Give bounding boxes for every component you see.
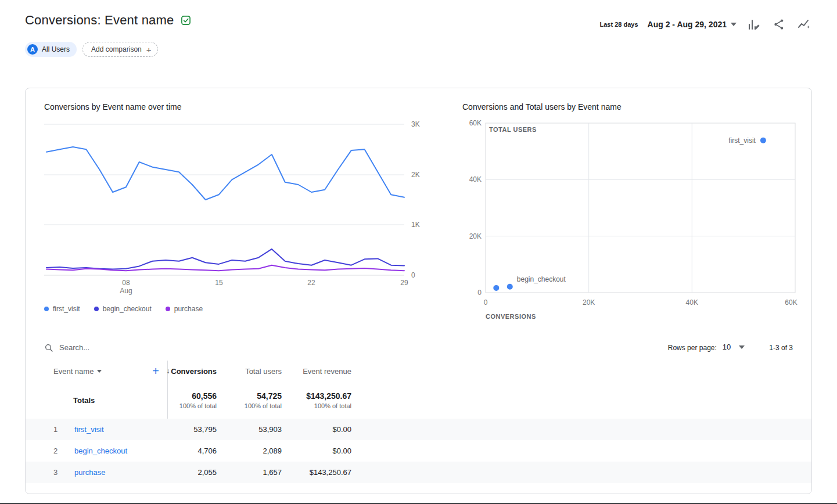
cell-event-revenue: $0.00 bbox=[282, 440, 351, 462]
plot-border bbox=[486, 123, 795, 293]
search-icon bbox=[44, 343, 53, 352]
totals-total-users: 54,725 100% of total bbox=[217, 381, 282, 419]
scatter-ylabel: TOTAL USERS bbox=[489, 126, 537, 133]
date-range-preset-label: Last 28 days bbox=[600, 21, 638, 28]
event-name-link[interactable]: first_visit bbox=[74, 425, 167, 434]
y-tick: 0 bbox=[411, 271, 415, 279]
add-comparison-button[interactable]: Add comparison + bbox=[82, 42, 157, 57]
chevron-down-icon bbox=[739, 345, 745, 349]
comparison-badge: A bbox=[27, 44, 38, 55]
rows-per-page: Rows per page: 10 bbox=[668, 343, 745, 352]
column-header-total-users[interactable]: Total users bbox=[217, 361, 282, 381]
share-icon bbox=[773, 18, 785, 31]
line-chart-title: Conversions by Event name over time bbox=[44, 102, 428, 111]
customize-report-icon-button[interactable] bbox=[746, 16, 762, 33]
y-tick: 1K bbox=[411, 221, 420, 229]
date-range-selector[interactable]: Aug 2 - Aug 29, 2021 bbox=[648, 20, 737, 29]
scatter-point-label: first_visit bbox=[728, 136, 756, 145]
scatter-point-purchase bbox=[493, 285, 499, 291]
chevron-down-icon bbox=[97, 370, 102, 373]
y-tick: 0 bbox=[477, 289, 482, 297]
share-icon-button[interactable] bbox=[771, 17, 786, 32]
dimension-header-label: Event name bbox=[53, 367, 94, 376]
comparison-chip-all-users[interactable]: A All Users bbox=[25, 42, 77, 57]
x-tick: 15 bbox=[215, 279, 223, 287]
title-wrap: Conversions: Event name bbox=[25, 13, 192, 28]
sort-desc-icon: ↓ bbox=[166, 367, 170, 375]
conversion-check-badge-icon bbox=[180, 15, 192, 26]
event-name-link[interactable]: begin_checkout bbox=[74, 447, 167, 455]
comparison-label: All Users bbox=[42, 45, 70, 53]
line-chart: 3K 2K 1K 0 08 Aug 15 22 29 bbox=[44, 118, 428, 296]
y-tick: 2K bbox=[411, 171, 420, 179]
rows-per-page-select[interactable]: 10 bbox=[723, 343, 745, 352]
table-toolbar: Rows per page: 10 1-3 of 3 bbox=[26, 325, 811, 352]
scatter-chart: 60K 40K 20K 0 0 20K 40K 60K TOTAL USERS … bbox=[462, 118, 806, 323]
line-series-first_visit bbox=[46, 147, 404, 200]
x-tick: 40K bbox=[686, 298, 698, 307]
legend-item-purchase[interactable]: purchase bbox=[166, 305, 203, 313]
insights-icon-button[interactable] bbox=[796, 16, 812, 33]
scatter-chart-title: Conversions and Total users by Event nam… bbox=[462, 102, 806, 111]
rows-per-page-label: Rows per page: bbox=[668, 344, 717, 352]
cell-total-users: 53,903 bbox=[217, 419, 282, 440]
header-controls: Last 28 days Aug 2 - Aug 29, 2021 bbox=[600, 13, 812, 33]
x-tick: 29 bbox=[400, 279, 408, 287]
line-chart-block: Conversions by Event name over time 3K 2… bbox=[44, 102, 428, 325]
scatter-point-first_visit bbox=[760, 138, 766, 143]
y-tick: 40K bbox=[469, 175, 482, 183]
x-tick: 08 bbox=[122, 279, 130, 287]
totals-conversions: 60,556 100% of total bbox=[167, 381, 217, 419]
comparison-chips-row: A All Users Add comparison + bbox=[0, 33, 837, 57]
y-tick: 60K bbox=[469, 119, 482, 127]
customize-report-icon bbox=[747, 17, 761, 31]
dimension-selector[interactable]: Event name bbox=[53, 367, 102, 376]
cell-event-revenue: $0.00 bbox=[282, 419, 351, 440]
insights-icon bbox=[797, 17, 811, 31]
column-header-conversions[interactable]: ↓ Conversions bbox=[167, 361, 217, 381]
legend-dot-icon bbox=[166, 307, 170, 311]
cell-conversions: 53,795 bbox=[167, 419, 217, 440]
cell-total-users: 2,089 bbox=[217, 440, 282, 462]
add-column-button[interactable]: + bbox=[152, 365, 167, 377]
totals-event-revenue: $143,250.67 100% of total bbox=[282, 381, 351, 419]
ga4-conversions-report: Conversions: Event name Last 28 days Aug… bbox=[0, 0, 837, 504]
legend-label: first_visit bbox=[53, 305, 80, 313]
line-series-begin_checkout bbox=[46, 249, 404, 269]
column-header-event-revenue[interactable]: Event revenue bbox=[282, 361, 351, 381]
table-search bbox=[44, 343, 187, 352]
page-title: Conversions: Event name bbox=[25, 13, 174, 28]
table-row: 3 purchase 2,055 1,657 $143,250.67 bbox=[26, 462, 811, 483]
legend-item-begin-checkout[interactable]: begin_checkout bbox=[94, 305, 152, 313]
scatter-chart-block: Conversions and Total users by Event nam… bbox=[462, 102, 806, 325]
search-input[interactable] bbox=[59, 343, 187, 352]
x-tick: 20K bbox=[583, 298, 595, 307]
table-row: 2 begin_checkout 4,706 2,089 $0.00 bbox=[26, 440, 811, 462]
legend-item-first-visit[interactable]: first_visit bbox=[44, 305, 80, 313]
table-totals-row: Totals 60,556 100% of total 54,725 100% … bbox=[26, 381, 811, 419]
chevron-down-icon bbox=[731, 23, 737, 26]
y-tick: 20K bbox=[469, 232, 482, 240]
cell-conversions: 2,055 bbox=[167, 462, 217, 483]
scatter-point-begin_checkout bbox=[507, 284, 513, 290]
table-header-row: Event name + ↓ Conversions Total users E… bbox=[26, 361, 811, 381]
charts-row: Conversions by Event name over time 3K 2… bbox=[26, 88, 811, 325]
toolbar-right: Rows per page: 10 1-3 of 3 bbox=[668, 343, 793, 352]
legend-label: begin_checkout bbox=[103, 305, 152, 313]
scatter-point-label: begin_checkout bbox=[517, 275, 566, 283]
plus-icon: + bbox=[146, 45, 152, 55]
cell-event-revenue: $143,250.67 bbox=[282, 462, 351, 483]
line-series-purchase bbox=[46, 265, 404, 271]
dimension-header-cell: Event name + bbox=[53, 361, 167, 381]
event-name-link[interactable]: purchase bbox=[74, 468, 167, 477]
cell-conversions: 4,706 bbox=[167, 440, 217, 462]
metrics-table: Event name + ↓ Conversions Total users E… bbox=[26, 361, 811, 483]
cell-total-users: 1,657 bbox=[217, 462, 282, 483]
x-tick: 22 bbox=[307, 279, 315, 287]
legend-dot-icon bbox=[44, 307, 49, 311]
legend-label: purchase bbox=[174, 305, 203, 313]
table-row: 1 first_visit 53,795 53,903 $0.00 bbox=[26, 419, 811, 440]
x-tick-month: Aug bbox=[120, 287, 132, 295]
x-tick: 0 bbox=[484, 298, 488, 307]
row-index: 1 bbox=[53, 425, 74, 434]
